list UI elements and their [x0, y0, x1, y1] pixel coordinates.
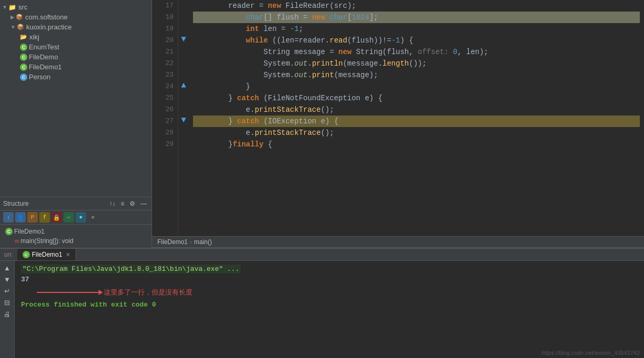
filter-button[interactable]: ⊟	[3, 298, 11, 308]
breadcrumb-file: FileDemo1	[157, 238, 188, 246]
sort-button[interactable]: ↑↓	[108, 199, 117, 208]
console-line-cmd: "C:\Program Files\Java\jdk1.8.0_181\bin\…	[21, 264, 638, 275]
code-line-25: } catch (FileNotFoundException e) {	[193, 92, 640, 104]
run-label: un:	[0, 249, 17, 260]
alphabetic-button[interactable]: ≡	[119, 199, 126, 208]
tree-item-com[interactable]: ▶ 📦 com.softstone	[0, 12, 152, 22]
editor-area: 17 18 19 20 21 22 23 24 25 26 27 28 29 ▼	[152, 0, 644, 248]
filter-sort-icon[interactable]: ↕	[3, 212, 14, 223]
package-icon-kuoxin: 📦	[17, 24, 24, 30]
struct-item-filedemo1[interactable]: C FileDemo1	[3, 227, 148, 236]
console-cmd-text: "C:\Program Files\Java\jdk1.8.0_181\bin\…	[21, 265, 241, 273]
code-line-20: while ((len=reader.read(flush))!=-1) {	[193, 35, 640, 46]
tree-item-enumtest[interactable]: C EnumTest	[0, 42, 152, 52]
breadcrumb-separator: ›	[190, 238, 192, 246]
wrap-button[interactable]: ↵	[3, 286, 11, 296]
expand-arrow-com: ▶	[10, 14, 15, 20]
console-line-number: 37	[21, 275, 638, 285]
breadcrumb: FileDemo1 › main()	[152, 236, 644, 248]
tree-label-enumtest: EnumTest	[29, 43, 59, 51]
bottom-content: ▲ ▼ ↵ ⊟ 🖨 "C:\Program Files\Java\jdk1.8.…	[0, 261, 644, 358]
expand-arrow-kuoxin: ▼	[10, 24, 16, 30]
tree-label-kuoxin: kuoxin.practice	[26, 23, 72, 31]
code-line-27: } catch (IOException e) {	[193, 115, 640, 127]
line-num-28: 28	[152, 127, 174, 139]
filter-more-icon[interactable]: »	[88, 212, 98, 223]
line-numbers: 17 18 19 20 21 22 23 24 25 26 27 28 29	[152, 0, 178, 236]
tab-java-icon: C	[23, 251, 30, 258]
annotation-text: 这里多了一行，但是没有长度	[104, 287, 192, 298]
folder-icon-xikj: 📂	[20, 34, 27, 40]
tab-close-button[interactable]: ✕	[66, 251, 70, 258]
line-num-27: 27	[152, 115, 174, 127]
folder-icon-src: 📁	[8, 4, 16, 11]
annotation-row: 这里多了一行，但是没有长度	[37, 287, 638, 298]
watermark: https://blog.csdn.net/weixin_43543742	[542, 350, 640, 356]
sidebar: ▼ 📁 src ▶ 📦 com.softstone ▼ 📦 kuoxin.pra…	[0, 0, 152, 248]
line-num-18: 18	[152, 12, 174, 23]
tree-item-filedemo[interactable]: C FileDemo	[0, 52, 152, 62]
line-num-25: 25	[152, 92, 174, 104]
tree-label-person: Person	[29, 73, 50, 81]
code-line-26: e.printStackTrace();	[193, 104, 640, 115]
code-line-18: char[] flush = new char[1024];	[193, 12, 640, 23]
code-line-19: int len = -1;	[193, 23, 640, 35]
console-process-text: Process finished with exit code 0	[21, 301, 156, 309]
structure-content: C FileDemo1 m main(String[]): void	[0, 225, 152, 248]
structure-toolbar: ↑↓ ≡ ⚙ —	[108, 199, 148, 208]
java-icon-person: C	[20, 73, 27, 81]
struct-item-main[interactable]: m main(String[]): void	[3, 236, 148, 246]
line-num-21: 21	[152, 46, 174, 58]
minimize-button[interactable]: —	[139, 199, 148, 208]
struct-method-icon: m	[15, 238, 19, 244]
line-num-24: 24	[152, 81, 174, 92]
package-icon-com: 📦	[16, 14, 23, 20]
line-num-17: 17	[152, 0, 174, 12]
console-number-text: 37	[21, 276, 29, 283]
java-icon-filedemo: C	[20, 54, 27, 61]
console-output: "C:\Program Files\Java\jdk1.8.0_181\bin\…	[15, 261, 644, 358]
line-num-19: 19	[152, 23, 174, 35]
bottom-tab-label: FileDemo1	[32, 251, 62, 258]
line-num-23: 23	[152, 69, 174, 81]
code-line-23: System.out.print(message);	[193, 69, 640, 81]
java-icon-enumtest: C	[20, 44, 27, 51]
line-num-22: 22	[152, 58, 174, 69]
java-icon-filedemo1: C	[20, 64, 27, 71]
filter-lock-icon[interactable]: 🔒	[51, 212, 62, 223]
code-line-22: System.out.println(message.length());	[193, 58, 640, 69]
code-line-29: }finally {	[193, 139, 640, 150]
bottom-panel: un: C FileDemo1 ✕ ▲ ▼ ↵ ⊟ 🖨 "C:\Program …	[0, 248, 644, 358]
structure-filter-row: ↕ 👤 P f 🔒 ✂ ● »	[0, 210, 152, 225]
bottom-tab-filedemo1[interactable]: C FileDemo1 ✕	[17, 249, 76, 260]
tree-item-kuoxin[interactable]: ▼ 📦 kuoxin.practice	[0, 22, 152, 32]
structure-header: Structure ↑↓ ≡ ⚙ —	[0, 197, 152, 210]
filter-lambda-icon[interactable]: ✂	[63, 212, 74, 223]
line-num-29: 29	[152, 139, 174, 150]
code-line-24: }	[193, 81, 640, 92]
code-content[interactable]: reader = new FileReader(src); char[] flu…	[189, 0, 644, 236]
settings-button[interactable]: ⚙	[128, 199, 137, 208]
line-num-20: 20	[152, 35, 174, 46]
filter-fields-icon[interactable]: f	[39, 212, 50, 223]
tree-item-filedemo1[interactable]: C FileDemo1	[0, 62, 152, 72]
bottom-sidebar-buttons: ▲ ▼ ↵ ⊟ 🖨	[0, 261, 15, 358]
annotation-arrow-line	[37, 292, 100, 293]
code-line-21: String message = new String(flush, offse…	[193, 46, 640, 58]
tree-label-com: com.softstone	[25, 13, 68, 21]
print-button[interactable]: 🖨	[3, 309, 12, 319]
filter-inherited-icon[interactable]: 👤	[15, 212, 26, 223]
tree-label-filedemo1: FileDemo1	[29, 63, 62, 71]
breadcrumb-method: main()	[194, 238, 212, 246]
tree-label-xikj: xikj	[29, 33, 39, 41]
filter-public-icon[interactable]: P	[27, 212, 38, 223]
scroll-up-button[interactable]: ▲	[3, 263, 12, 273]
line-num-26: 26	[152, 104, 174, 115]
console-line-process: Process finished with exit code 0	[21, 300, 638, 310]
tree-item-xikj[interactable]: 📂 xikj	[0, 32, 152, 42]
tree-item-person[interactable]: C Person	[0, 72, 152, 82]
filter-dot-icon[interactable]: ●	[76, 212, 86, 223]
scroll-down-button[interactable]: ▼	[3, 275, 12, 285]
structure-title: Structure	[3, 200, 108, 207]
tree-item-src[interactable]: ▼ 📁 src	[0, 2, 152, 12]
